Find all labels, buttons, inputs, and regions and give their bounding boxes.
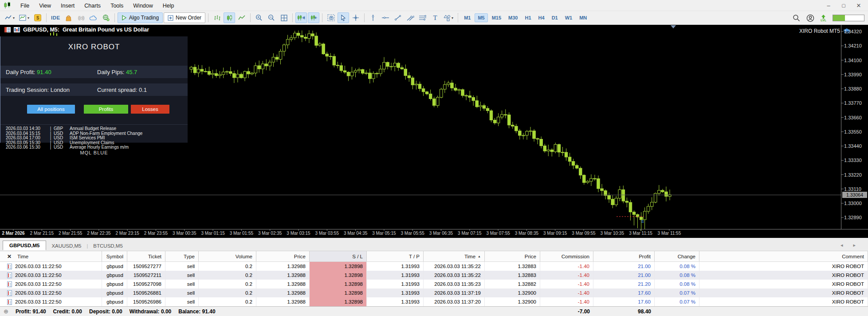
- cell-comment: XIRO ROBOT: [699, 288, 868, 297]
- metaeditor-ide-button[interactable]: IDE: [49, 12, 62, 23]
- menu-charts[interactable]: Charts: [79, 1, 106, 10]
- chart-tab-xauusd-m5[interactable]: XAUUSD,M5: [46, 241, 86, 250]
- upgrade-level-icon[interactable]: LVL: [821, 15, 826, 22]
- timeframe-m5[interactable]: M5: [475, 13, 487, 22]
- menu-help[interactable]: Help: [158, 1, 179, 10]
- table-row[interactable]: 2026.03.03 11:22:50gbpusd1509526881sell0…: [0, 288, 868, 297]
- plus-icon: [168, 15, 173, 21]
- bar-chart-mode-icon[interactable]: [211, 12, 223, 23]
- timeframe-mn[interactable]: MN: [576, 13, 590, 22]
- timeframe-w1[interactable]: W1: [562, 13, 576, 22]
- shift-end-icon[interactable]: [295, 12, 307, 23]
- chart-tab-gbpusd-m5[interactable]: GBPUSD,M5: [3, 241, 46, 250]
- market-bag-icon[interactable]: [63, 12, 75, 23]
- user-profile-icon[interactable]: [806, 14, 814, 22]
- deal-icon: [7, 281, 12, 287]
- cell-sl: 1.32898: [310, 271, 367, 280]
- time-axis-label: 2 Mar 2026: [2, 231, 24, 236]
- chart-window[interactable]: S GBPUSD, M5: Great Britain Pound vs US …: [0, 25, 868, 238]
- column-header-comment[interactable]: Comment: [699, 251, 868, 261]
- chart-type-dropdown[interactable]: ▾: [3, 12, 16, 23]
- table-row[interactable]: 2026.03.03 11:22:50gbpusd1509527277sell0…: [0, 262, 868, 271]
- cloud-icon[interactable]: [88, 12, 99, 23]
- chart-tab-btcusd-m5[interactable]: BTCUSD,M5: [88, 241, 128, 250]
- menu-view[interactable]: View: [34, 1, 56, 10]
- new-order-button[interactable]: New Order: [164, 12, 205, 23]
- candlestick-mode-icon[interactable]: [224, 12, 235, 23]
- timeframe-h1[interactable]: H1: [522, 13, 534, 22]
- timeframe-m15[interactable]: M15: [489, 13, 504, 22]
- search-icon[interactable]: [793, 14, 800, 22]
- timeframe-m30[interactable]: M30: [505, 13, 521, 22]
- depth-of-market-icon[interactable]: [4, 27, 11, 32]
- trendline-tool-icon[interactable]: [392, 12, 404, 23]
- panel-button-losses[interactable]: Losses: [131, 105, 169, 114]
- table-row[interactable]: 2026.03.03 11:22:50gbpusd1509527211sell0…: [0, 271, 868, 280]
- close-button[interactable]: ✕: [852, 1, 865, 10]
- shapes-tool-dropdown[interactable]: ▾: [442, 12, 455, 23]
- menu-file[interactable]: File: [16, 1, 34, 10]
- panel-button-profits[interactable]: Profits: [84, 105, 128, 114]
- column-header-price[interactable]: Price: [256, 251, 310, 261]
- fibonacci-tool-icon[interactable]: [417, 12, 428, 23]
- chart-scroll-marker-icon[interactable]: [671, 25, 676, 28]
- one-click-trading-icon[interactable]: [14, 27, 20, 32]
- crosshair-tool-icon[interactable]: [350, 12, 361, 23]
- deposit-icon[interactable]: $: [32, 12, 43, 23]
- column-header-tp[interactable]: T / P: [367, 251, 424, 261]
- vertical-line-tool-icon[interactable]: [367, 12, 379, 23]
- column-header-sl[interactable]: S / L: [310, 251, 367, 261]
- cell-volume: 0.2: [199, 262, 256, 271]
- hidden-candle-tick: [53, 32, 54, 36]
- column-header-ticket[interactable]: Ticket: [127, 251, 165, 261]
- column-header-profit[interactable]: Profit: [593, 251, 655, 261]
- toolbox-close-icon[interactable]: ✕: [7, 253, 12, 260]
- column-header-price[interactable]: Price: [485, 251, 540, 261]
- column-header-symbol[interactable]: Symbol: [102, 251, 127, 261]
- line-chart-mode-icon[interactable]: [236, 12, 247, 23]
- deal-icon: [7, 290, 12, 296]
- cell-symbol: gbpusd: [102, 297, 127, 306]
- signals-icon[interactable]: ((o)): [75, 12, 87, 23]
- chevron-down-icon: ▾: [452, 16, 453, 20]
- column-header-time[interactable]: ✕Time: [0, 251, 102, 261]
- horizontal-line-tool-icon[interactable]: [380, 12, 391, 23]
- cursor-tool-icon[interactable]: [338, 12, 349, 23]
- channel-tool-icon[interactable]: [405, 12, 416, 23]
- table-row[interactable]: 2026.03.03 11:22:50gbpusd1509527098sell0…: [0, 280, 868, 288]
- chart-screenshot-icon[interactable]: [325, 12, 337, 23]
- time-axis-label: 3 Mar 10:35: [601, 231, 624, 236]
- menu-tools[interactable]: Tools: [106, 1, 128, 10]
- table-row[interactable]: 2026.03.03 11:22:50gbpusd1509526986sell0…: [0, 297, 868, 306]
- price-axis-label: 1.33440: [844, 143, 862, 149]
- tile-windows-icon[interactable]: [278, 12, 290, 23]
- column-header-change[interactable]: Change: [655, 251, 699, 261]
- community-icon[interactable]: [100, 12, 112, 23]
- zoom-in-icon[interactable]: [253, 12, 265, 23]
- tab-scroll-arrows[interactable]: ◂ ▸: [841, 242, 860, 248]
- toolbar-right-cluster: LVL: [793, 11, 864, 25]
- timeframe-h4[interactable]: H4: [535, 13, 548, 22]
- maximize-button[interactable]: ▢: [837, 1, 850, 10]
- algo-trading-button[interactable]: Algo Trading: [118, 12, 163, 23]
- menu-window[interactable]: Window: [128, 1, 157, 10]
- column-header-commission[interactable]: Commission: [540, 251, 593, 261]
- timeframe-d1[interactable]: D1: [549, 13, 561, 22]
- panel-filter-buttons: All positionsProfitsLosses: [0, 104, 188, 115]
- cell-price: 1.32883: [485, 271, 540, 280]
- sort-asc-icon: ▲: [478, 255, 481, 258]
- panel-button-all-positions[interactable]: All positions: [27, 105, 75, 114]
- play-icon: [122, 15, 127, 20]
- zoom-out-icon[interactable]: [266, 12, 277, 23]
- indicators-dropdown[interactable]: ▾: [17, 12, 31, 23]
- minimize-button[interactable]: –: [822, 1, 835, 10]
- column-header-time[interactable]: Time▲: [424, 251, 485, 261]
- menu-insert[interactable]: Insert: [56, 1, 79, 10]
- cell-time: 2026.03.03 11:22:50: [0, 271, 102, 280]
- column-header-volume[interactable]: Volume: [199, 251, 256, 261]
- auto-scroll-icon[interactable]: [308, 12, 319, 23]
- timeframe-m1[interactable]: M1: [461, 13, 474, 22]
- text-tool-icon[interactable]: T: [429, 12, 441, 23]
- cell-volume: 0.2: [199, 297, 256, 306]
- column-header-type[interactable]: Type: [165, 251, 199, 261]
